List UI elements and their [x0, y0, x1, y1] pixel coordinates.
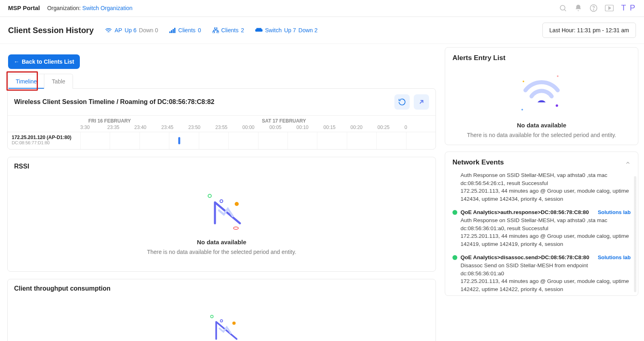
- back-to-clients-button[interactable]: ← Back to Clients List: [8, 54, 80, 69]
- network-icon: [213, 27, 219, 33]
- subbar-left: Client Session History AP Up 6 Down 0 Cl…: [8, 26, 317, 35]
- svg-rect-7: [171, 30, 172, 33]
- svg-point-22: [557, 75, 559, 77]
- time-range-button[interactable]: Last Hour: 11:31 pm - 12:31 am: [542, 23, 636, 38]
- switch-icon: [255, 28, 263, 33]
- tick: 0: [404, 125, 413, 130]
- throughput-card: Client throughput consumption: [7, 279, 436, 341]
- svg-rect-11: [213, 31, 215, 33]
- refresh-button[interactable]: [394, 94, 410, 110]
- search-icon[interactable]: [559, 4, 567, 12]
- timeline-card: Wireless Client Session Timeline / Roami…: [7, 88, 436, 150]
- event-link[interactable]: Solutions lab: [598, 209, 631, 216]
- rssi-card-header: RSSI: [8, 157, 436, 176]
- help-icon[interactable]: [590, 4, 598, 12]
- expand-button[interactable]: [414, 94, 429, 110]
- content: ← Back to Clients List Timeline Table Wi…: [0, 44, 644, 341]
- status-ap-label: AP: [115, 27, 122, 33]
- tick: 23:40: [134, 125, 161, 130]
- event-head: QoE Analytics>auth.response>DC:08:56:78:…: [461, 208, 631, 216]
- tick: 23:45: [161, 125, 188, 130]
- status-ap[interactable]: AP Up 6 Down 0: [105, 27, 158, 33]
- timeline-row-mac: DC:08:56:77:D1:80: [12, 140, 76, 145]
- svg-point-15: [208, 194, 211, 198]
- arrow-left-icon: ←: [14, 58, 19, 65]
- event-item[interactable]: QoE Analytics>auth.response>DC:08:56:78:…: [452, 208, 631, 248]
- user-avatar[interactable]: T P: [621, 3, 636, 12]
- timeline-card-header: Wireless Client Session Timeline / Roami…: [8, 89, 436, 115]
- event-item[interactable]: QoE Analytics>disassoc.send>DC:08:56:78:…: [452, 254, 631, 292]
- status-switch-up: Up 7: [284, 27, 296, 33]
- tabs: Timeline Table: [8, 74, 73, 89]
- tick: 00:15: [323, 125, 350, 130]
- svg-point-0: [561, 5, 565, 10]
- svg-rect-8: [173, 29, 174, 33]
- throughput-empty-state: [8, 298, 436, 341]
- apps-icon[interactable]: [605, 4, 614, 12]
- portal-name: MSP Portal: [8, 4, 40, 11]
- tick: 00:05: [269, 125, 296, 130]
- tab-timeline[interactable]: Timeline: [8, 74, 44, 89]
- svg-point-17: [235, 202, 239, 206]
- status-ap-down: Down 0: [139, 27, 158, 33]
- status-clients1-label: Clients: [178, 27, 196, 33]
- rssi-card-title: RSSI: [14, 163, 29, 170]
- timeline-row-track[interactable]: [80, 132, 436, 149]
- svg-rect-13: [255, 29, 263, 31]
- rssi-card: RSSI No data available There is no data …: [7, 157, 436, 272]
- svg-rect-6: [169, 31, 171, 33]
- event-head: QoE Analytics>disassoc.send>DC:08:56:78:…: [461, 254, 631, 262]
- timeline-day-headers: FRI 16 FEBRUARY SAT 17 FEBRUARY: [8, 116, 436, 125]
- topbar: MSP Portal Organization: Switch Organiza…: [0, 0, 644, 17]
- svg-point-23: [523, 81, 524, 82]
- svg-marker-5: [609, 6, 611, 9]
- timeline-day2: SAT 17 FEBRUARY: [262, 118, 436, 124]
- tick: 3:30: [80, 125, 107, 130]
- tick: 00:25: [377, 125, 404, 130]
- tick: 23:35: [107, 125, 134, 130]
- chevron-up-icon[interactable]: [625, 160, 631, 167]
- org-block: Organization: Switch Organization: [47, 5, 133, 11]
- main-column: ← Back to Clients List Timeline Table Wi…: [6, 47, 438, 341]
- signal-icon: [169, 27, 176, 33]
- wifi-empty-icon: [517, 74, 566, 114]
- tab-table[interactable]: Table: [44, 74, 72, 89]
- wifi-icon: [105, 27, 112, 33]
- timeline-event-blip[interactable]: [178, 137, 180, 144]
- bell-icon[interactable]: [574, 4, 582, 12]
- event-link[interactable]: Solutions lab: [598, 254, 631, 262]
- svg-point-24: [556, 104, 558, 107]
- timeline-ticks: 3:30 23:35 23:40 23:45 23:50 23:55 00:00…: [8, 125, 436, 132]
- timeline-row-label: 172.25.201.120 (AP-D1:80) DC:08:56:77:D1…: [8, 132, 80, 149]
- alerts-empty-sub: There is no data available for the selec…: [452, 132, 631, 138]
- switch-org-link[interactable]: Switch Organization: [82, 5, 133, 11]
- status-clients-1[interactable]: Clients 0: [169, 27, 201, 33]
- status-clients-2[interactable]: Clients 2: [213, 27, 244, 33]
- timeline-day1: FRI 16 FEBRUARY: [88, 118, 262, 124]
- event-body: Auth Response on SSID Stellar-MESH, vap …: [461, 171, 631, 203]
- rssi-empty-title: No data available: [16, 239, 427, 245]
- svg-rect-9: [174, 28, 175, 33]
- status-clients2-label: Clients: [221, 27, 239, 33]
- back-button-label: Back to Clients List: [22, 58, 74, 65]
- svg-line-1: [565, 9, 566, 11]
- timeline-area: FRI 16 FEBRUARY SAT 17 FEBRUARY 3:30 23:…: [8, 115, 436, 149]
- tick: 00:20: [350, 125, 377, 130]
- timeline-row-ap: 172.25.201.120 (AP-D1:80): [12, 135, 76, 140]
- status-switch[interactable]: Switch Up 7 Down 2: [255, 27, 317, 33]
- timeline-card-title: Wireless Client Session Timeline / Roami…: [14, 98, 215, 106]
- svg-point-3: [594, 9, 594, 10]
- scrollbar[interactable]: [634, 176, 636, 292]
- event-item[interactable]: Auth Response on SSID Stellar-MESH, vap …: [452, 171, 631, 203]
- svg-rect-14: [256, 28, 262, 30]
- throughput-card-title: Client throughput consumption: [14, 285, 110, 292]
- svg-point-18: [233, 227, 238, 229]
- events-title: Network Events: [452, 158, 631, 166]
- alerts-empty-title: No data available: [452, 122, 631, 129]
- tick: 00:10: [296, 125, 323, 130]
- timeline-row: 172.25.201.120 (AP-D1:80) DC:08:56:77:D1…: [8, 132, 436, 149]
- tabs-container: Timeline Table: [6, 74, 438, 89]
- back-row: ← Back to Clients List: [6, 47, 438, 74]
- event-body: Auth Response on SSID Stellar-MESH, vap …: [461, 216, 631, 248]
- status-switch-down: Down 2: [298, 27, 317, 33]
